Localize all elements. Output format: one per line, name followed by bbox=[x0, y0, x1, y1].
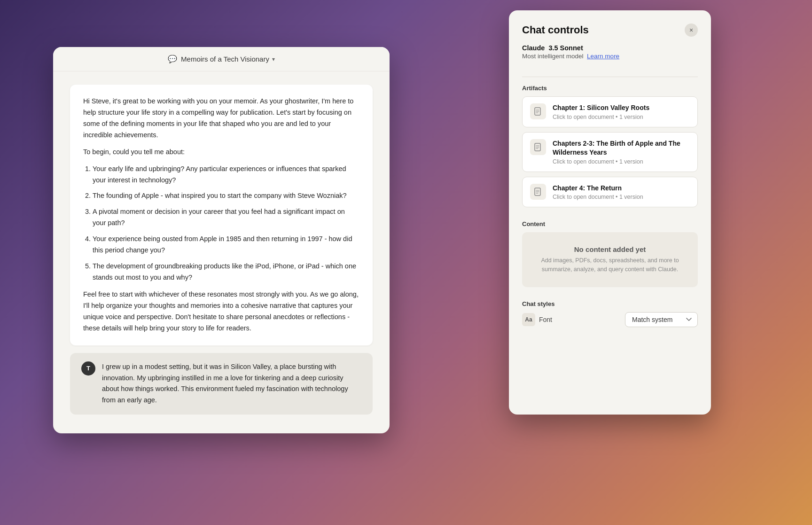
ai-closing: Feel free to start with whichever of the… bbox=[83, 289, 359, 334]
artifact-meta-1: Click to open document • 1 version bbox=[553, 114, 690, 120]
ai-begin-prompt: To begin, could you tell me about: bbox=[83, 147, 359, 158]
chat-body: Hi Steve, it's great to be working with … bbox=[53, 71, 390, 433]
ai-questions-list: Your early life and upbringing? Any part… bbox=[93, 164, 359, 283]
artifact-name-2: Chapters 2-3: The Birth of Apple and The… bbox=[553, 139, 690, 157]
list-item: The development of groundbreaking produc… bbox=[93, 261, 359, 283]
content-empty-title: No content added yet bbox=[531, 245, 688, 253]
chat-window: 💬 Memoirs of a Tech Visionary ▾ Hi Steve… bbox=[53, 47, 390, 433]
model-version: 3.5 Sonnet bbox=[548, 44, 583, 52]
controls-panel: Chat controls × Claude 3.5 Sonnet Most i… bbox=[509, 10, 711, 415]
artifact-name-3: Chapter 4: The Return bbox=[553, 184, 690, 193]
artifact-info-2: Chapters 2-3: The Birth of Apple and The… bbox=[553, 139, 690, 165]
chevron-down-icon: ▾ bbox=[272, 56, 275, 63]
ai-intro: Hi Steve, it's great to be working with … bbox=[83, 96, 359, 141]
artifact-item-2[interactable]: Chapters 2-3: The Birth of Apple and The… bbox=[522, 132, 698, 172]
ai-message: Hi Steve, it's great to be working with … bbox=[70, 85, 373, 345]
content-section-label: Content bbox=[522, 220, 698, 227]
model-info: Claude 3.5 Sonnet Most intelligent model… bbox=[522, 44, 698, 60]
controls-title: Chat controls bbox=[522, 24, 589, 36]
document-icon bbox=[530, 103, 546, 119]
artifact-info-3: Chapter 4: The Return Click to open docu… bbox=[553, 184, 690, 201]
font-label-text: Font bbox=[539, 316, 552, 323]
chat-styles-section: Chat styles Aa Font Match system System … bbox=[522, 300, 698, 327]
artifacts-section-label: Artifacts bbox=[522, 85, 698, 92]
avatar: T bbox=[81, 361, 95, 376]
artifact-info-1: Chapter 1: Silicon Valley Roots Click to… bbox=[553, 103, 690, 120]
artifact-item-3[interactable]: Chapter 4: The Return Click to open docu… bbox=[522, 177, 698, 208]
chat-header[interactable]: 💬 Memoirs of a Tech Visionary ▾ bbox=[53, 47, 390, 71]
model-description: Most intelligent model Learn more bbox=[522, 53, 698, 60]
artifact-name-1: Chapter 1: Silicon Valley Roots bbox=[553, 103, 690, 113]
chat-icon: 💬 bbox=[168, 55, 177, 63]
artifact-meta-2: Click to open document • 1 version bbox=[553, 158, 690, 165]
artifact-item-1[interactable]: Chapter 1: Silicon Valley Roots Click to… bbox=[522, 96, 698, 127]
learn-more-link[interactable]: Learn more bbox=[587, 53, 619, 60]
font-icon: Aa bbox=[522, 313, 535, 326]
list-item: The founding of Apple - what inspired yo… bbox=[93, 190, 359, 202]
user-message-text: I grew up in a modest setting, but it wa… bbox=[102, 361, 361, 407]
list-item: Your early life and upbringing? Any part… bbox=[93, 164, 359, 186]
font-label: Aa Font bbox=[522, 313, 552, 326]
list-item: A pivotal moment or decision in your car… bbox=[93, 206, 359, 229]
close-button[interactable]: × bbox=[685, 24, 698, 37]
content-section: Content No content added yet Add images,… bbox=[522, 220, 698, 287]
chat-styles-label: Chat styles bbox=[522, 300, 698, 307]
chat-title: Memoirs of a Tech Visionary bbox=[181, 55, 269, 63]
divider bbox=[522, 77, 698, 77]
model-name-prefix: Claude bbox=[522, 44, 545, 52]
font-select[interactable]: Match system System default Serif Sans-s… bbox=[625, 312, 698, 327]
list-item: Your experience being ousted from Apple … bbox=[93, 234, 359, 256]
artifact-meta-3: Click to open document • 1 version bbox=[553, 194, 690, 200]
font-row: Aa Font Match system System default Seri… bbox=[522, 312, 698, 327]
content-empty-description: Add images, PDFs, docs, spreadsheets, an… bbox=[531, 256, 688, 274]
artifacts-section: Artifacts Chapter 1: Silicon Valley Root… bbox=[522, 85, 698, 212]
controls-header: Chat controls × bbox=[522, 24, 698, 37]
document-icon-2 bbox=[530, 139, 546, 155]
document-icon-3 bbox=[530, 184, 546, 200]
content-empty: No content added yet Add images, PDFs, d… bbox=[522, 232, 698, 287]
user-message: T I grew up in a modest setting, but it … bbox=[70, 353, 373, 415]
model-name: Claude 3.5 Sonnet bbox=[522, 44, 698, 52]
